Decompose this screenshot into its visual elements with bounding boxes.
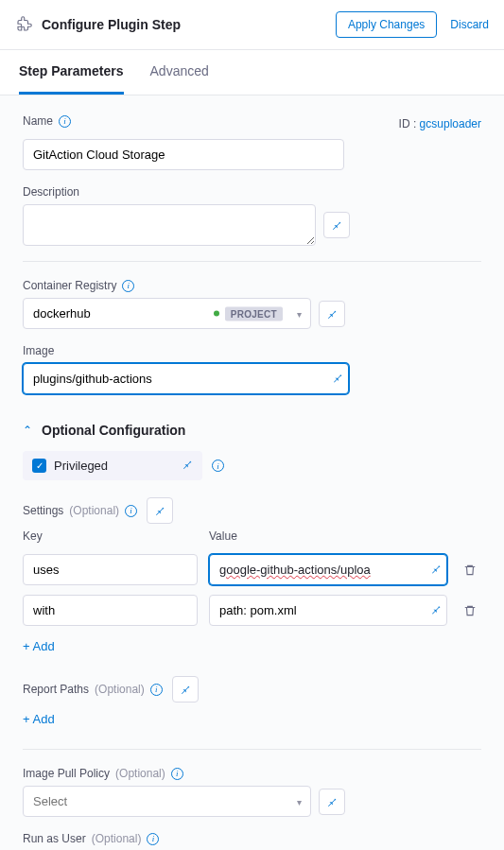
apply-changes-button[interactable]: Apply Changes [336,11,437,38]
settings-key-input[interactable] [23,595,198,626]
report-paths-label: Report Paths(Optional) i [23,676,481,703]
name-label: Namei [23,114,71,128]
name-input[interactable] [23,139,344,170]
info-icon[interactable]: i [150,684,163,696]
image-pull-policy-label: Image Pull Policy(Optional)i [23,767,481,780]
delete-row-button[interactable] [459,604,481,617]
plugin-icon [15,16,32,33]
settings-value-input[interactable] [209,595,447,626]
container-registry-label: Container Registryi [23,279,481,292]
privileged-checkbox[interactable]: ✓ [32,459,46,473]
settings-key-input[interactable] [23,554,198,585]
pin-icon[interactable] [430,563,442,577]
id-display: ID : gcsuploader [399,117,481,130]
chevron-up-icon[interactable]: ⌃ [23,424,32,437]
image-input[interactable] [23,363,349,394]
settings-value-input[interactable]: google-github-actions/uploa [209,554,447,585]
pin-icon[interactable] [147,497,173,524]
pin-icon[interactable] [172,676,199,703]
info-icon[interactable]: i [59,115,71,128]
discard-button[interactable]: Discard [450,18,489,31]
value-column-label: Value [209,529,481,543]
info-icon[interactable]: i [212,460,224,472]
pin-icon[interactable] [319,301,345,327]
add-report-path-button[interactable]: + Add [23,712,55,726]
settings-label: Settings(Optional) i [23,497,481,524]
info-icon[interactable]: i [147,833,159,845]
pin-icon[interactable] [319,789,345,815]
delete-row-button[interactable] [459,564,481,577]
chevron-down-icon: ▾ [297,796,302,807]
scope-badge: PROJECT [214,306,283,321]
description-label: Description [23,185,481,199]
pin-icon[interactable] [182,459,193,473]
key-column-label: Key [23,529,198,543]
tab-step-parameters[interactable]: Step Parameters [19,50,124,95]
image-pull-policy-select[interactable] [23,786,311,817]
info-icon[interactable]: i [122,280,134,292]
page-title: Configure Plugin Step [42,17,181,32]
info-icon[interactable]: i [171,768,183,780]
tab-advanced[interactable]: Advanced [150,50,209,95]
pin-icon[interactable] [332,372,343,386]
chevron-down-icon: ▾ [297,308,302,319]
add-setting-button[interactable]: + Add [23,639,55,653]
description-input[interactable] [23,204,316,246]
optional-config-header: Optional Configuration [42,423,185,438]
image-label: Image [23,344,481,357]
pin-icon[interactable] [430,603,442,617]
pin-icon[interactable] [323,212,350,238]
run-as-user-label: Run as User(Optional)i [23,832,481,845]
privileged-field[interactable]: ✓ Privileged [23,451,202,480]
info-icon[interactable]: i [125,505,137,517]
